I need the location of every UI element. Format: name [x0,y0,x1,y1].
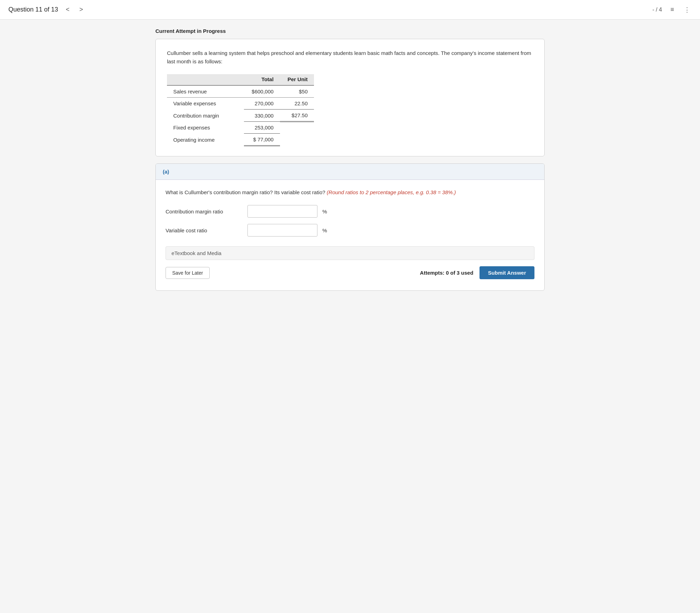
part-a-header: (a) [156,164,544,180]
variable-cost-label: Variable cost ratio [166,227,243,233]
row-perunit-var: 22.50 [280,98,314,110]
etextbook-bar[interactable]: eTextbook and Media [166,246,534,260]
row-perunit-cm: $27.50 [280,110,314,122]
variable-cost-unit: % [322,227,327,233]
table-row: Contribution margin 330,000 $27.50 [167,110,314,122]
row-total-sales: $600,000 [244,85,280,98]
table-row: Operating income $ 77,000 [167,134,314,146]
attempt-label: Current Attempt in Progress [155,28,545,34]
contribution-margin-row: Contribution margin ratio % [166,205,534,218]
table-header-label [167,74,244,85]
contribution-margin-label: Contribution margin ratio [166,209,243,214]
score-display: - / 4 [652,7,662,13]
footer-right: Attempts: 0 of 3 used Submit Answer [420,266,534,279]
contribution-margin-input[interactable] [247,205,317,218]
question-title: Question 11 of 13 [8,6,58,13]
part-a-question: What is Cullumber's contribution margin … [166,188,534,197]
save-for-later-button[interactable]: Save for Later [166,267,210,279]
footer-row: Save for Later Attempts: 0 of 3 used Sub… [166,266,534,282]
variable-cost-input[interactable] [247,224,317,237]
part-a-hint: (Round ratios to 2 percentage places, e.… [327,189,456,195]
row-perunit-sales: $50 [280,85,314,98]
row-total-fixed: 253,000 [244,122,280,134]
variable-cost-row: Variable cost ratio % [166,224,534,237]
next-nav-button[interactable]: > [77,5,85,15]
header-right: - / 4 ≡ ⋮ [652,5,692,15]
attempts-text: Attempts: 0 of 3 used [420,270,474,276]
prev-nav-button[interactable]: < [64,5,72,15]
row-total-cm: 330,000 [244,110,280,122]
row-label-oi: Operating income [167,134,244,146]
row-label-fixed: Fixed expenses [167,122,244,134]
income-table: Total Per Unit Sales revenue $600,000 $5… [167,74,314,146]
row-perunit-oi [280,134,314,146]
row-total-var: 270,000 [244,98,280,110]
page-header: Question 11 of 13 < > - / 4 ≡ ⋮ [0,0,700,20]
row-perunit-fixed [280,122,314,134]
contribution-margin-unit: % [322,209,327,214]
row-label-sales: Sales revenue [167,85,244,98]
submit-answer-button[interactable]: Submit Answer [479,266,534,279]
problem-card: Cullumber sells a learning system that h… [155,39,545,156]
list-icon-button[interactable]: ≡ [669,5,676,15]
table-header-perunit: Per Unit [280,74,314,85]
problem-text: Cullumber sells a learning system that h… [167,49,533,66]
row-total-oi: $ 77,000 [244,134,280,146]
row-label-cm: Contribution margin [167,110,244,122]
part-a-body: What is Cullumber's contribution margin … [156,180,544,290]
main-content: Current Attempt in Progress Cullumber se… [147,20,553,299]
table-row: Fixed expenses 253,000 [167,122,314,134]
header-left: Question 11 of 13 < > [8,5,85,15]
part-a-section: (a) What is Cullumber's contribution mar… [155,163,545,291]
part-a-question-text: What is Cullumber's contribution margin … [166,189,327,195]
more-icon-button[interactable]: ⋮ [682,5,692,15]
table-header-total: Total [244,74,280,85]
table-row: Sales revenue $600,000 $50 [167,85,314,98]
table-row: Variable expenses 270,000 22.50 [167,98,314,110]
row-label-var: Variable expenses [167,98,244,110]
